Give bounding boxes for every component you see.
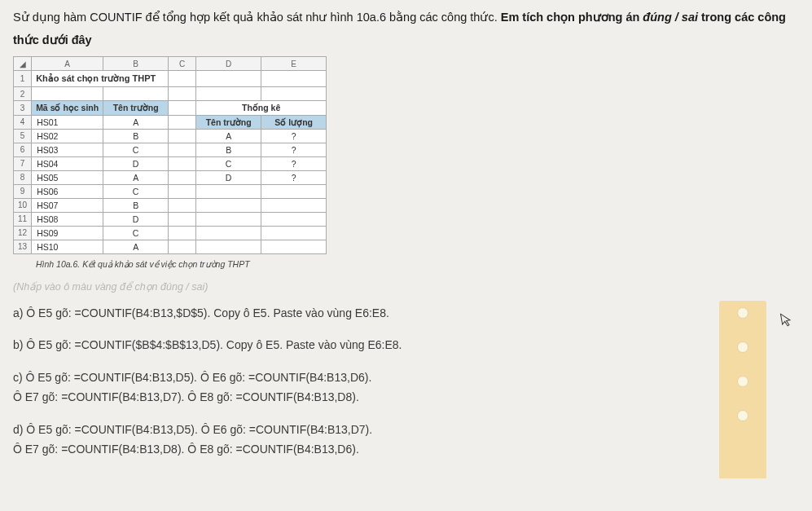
- question-bold: Em tích chọn phương án: [501, 11, 643, 24]
- col-B: B: [103, 57, 169, 71]
- corner-cell: ◢: [14, 57, 32, 71]
- row-2: 2: [14, 87, 32, 101]
- col-C: C: [169, 57, 196, 71]
- question-text: Sử dụng hàm COUNTIF để tổng hợp kết quả …: [13, 7, 799, 51]
- option-c-line2: Ô E7 gõ: =COUNTIF(B4:B13,D7). Ô E8 gõ: =…: [13, 390, 359, 403]
- col-A: A: [32, 57, 103, 71]
- col-E: E: [261, 57, 327, 71]
- options-container: a) Ô E5 gõ: =COUNTIF(B4:B13,$D$5). Copy …: [13, 304, 799, 460]
- figure-caption: Hình 10a.6. Kết quả khảo sát về việc chọ…: [36, 259, 799, 269]
- option-c: c) Ô E5 gõ: =COUNTIF(B4:B13,D5). Ô E6 gõ…: [13, 368, 799, 407]
- row-4: 4: [14, 115, 32, 129]
- option-d-line1: d) Ô E5 gõ: =COUNTIF(B4:B13,D5). Ô E6 gõ…: [13, 423, 372, 436]
- stat-e5: ?: [261, 129, 327, 143]
- stat-hdr-d: Tên trường: [196, 115, 261, 129]
- option-d: d) Ô E5 gõ: =COUNTIF(B4:B13,D5). Ô E6 gõ…: [13, 421, 799, 460]
- option-a: a) Ô E5 gõ: =COUNTIF(B4:B13,$D$5). Copy …: [13, 304, 799, 324]
- answer-toggle-c[interactable]: [737, 376, 748, 387]
- col-D: D: [196, 57, 261, 71]
- question-bold-italic: đúng / sai: [643, 11, 698, 24]
- answer-toggle-a[interactable]: [737, 307, 748, 319]
- stat-hdr-e: Số lượng: [261, 115, 327, 129]
- option-c-line1: c) Ô E5 gõ: =COUNTIF(B4:B13,D5). Ô E6 gõ…: [13, 371, 371, 384]
- spreadsheet-figure: ◢ A B C D E 1 Khảo sát chọn trường THPT …: [13, 56, 327, 254]
- answer-strip: [719, 301, 766, 479]
- row-3: 3: [14, 101, 32, 116]
- option-b: b) Ô E5 gõ: =COUNTIF($B$4:$B$13,D5). Cop…: [13, 336, 799, 355]
- cell-B4: A: [103, 115, 169, 129]
- hdr-tentruong: Tên trường: [103, 101, 169, 116]
- cell-A4: HS01: [32, 115, 103, 129]
- answer-toggle-b[interactable]: [737, 341, 748, 353]
- option-d-line2: Ô E7 gõ: =COUNTIF(B4:B13,D8). Ô E8 gõ: =…: [13, 443, 359, 456]
- question-part1: Sử dụng hàm COUNTIF để tổng hợp kết quả …: [13, 11, 501, 24]
- hdr-thongke: Thống kê: [196, 101, 327, 116]
- answer-toggle-d[interactable]: [737, 410, 748, 421]
- hint-text: (Nhấp vào ô màu vàng để chọn đúng / sai): [13, 280, 799, 293]
- row-1: 1: [14, 71, 32, 87]
- stat-d5: A: [196, 129, 261, 143]
- sheet-title: Khảo sát chọn trường THPT: [32, 71, 169, 87]
- hdr-maso: Mã số học sinh: [32, 101, 103, 116]
